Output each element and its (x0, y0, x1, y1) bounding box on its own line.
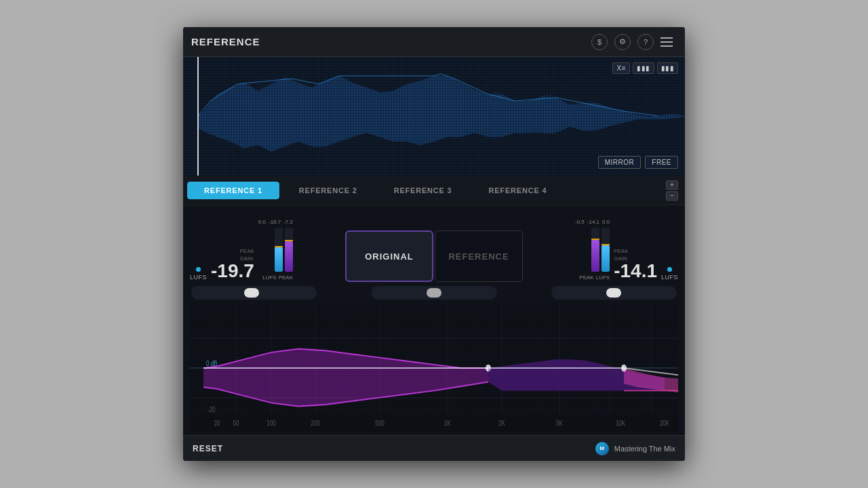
waveform-area: X≡ ▮▮▮ ▮▮▮ MIRROR FREE (183, 57, 685, 176)
meters-row: LUFS PEAK GAIN -19.7 0.0-19.7-7.2 (190, 211, 678, 282)
tab-reference-3[interactable]: REFERENCE 3 (377, 182, 469, 199)
reset-button[interactable]: RESET (193, 444, 223, 453)
left-slider-thumb[interactable] (244, 288, 259, 298)
right-meter-thumb-1 (591, 239, 599, 240)
tab-reference-2[interactable]: REFERENCE 2 (282, 182, 374, 199)
left-meter-thumb-2 (285, 240, 293, 241)
right-slider[interactable] (551, 286, 677, 300)
svg-text:500: 500 (375, 420, 384, 427)
brand-section: M Mastering The Mix (595, 442, 675, 455)
center-slider-thumb[interactable] (427, 288, 441, 298)
right-meter-bars: -0.5-14.10.0 PEAKLUFS (575, 219, 610, 282)
right-meter-fill-2 (601, 245, 610, 272)
right-vert-meter-2 (601, 228, 610, 272)
left-meter-fill-2 (285, 241, 293, 272)
left-meter-sub-labels: LUFSPEAK (262, 274, 293, 281)
svg-text:2K: 2K (498, 420, 506, 427)
left-meter-bars: 0.0-19.7-7.2 LUFSPEAK (258, 219, 293, 282)
left-meter-thumb-1 (275, 246, 283, 247)
title-icons: $ ⚙ ? (591, 34, 677, 50)
sliders-row (190, 286, 678, 300)
remove-tab-button[interactable]: − (666, 191, 678, 201)
left-meter-fill-1 (275, 247, 283, 272)
svg-text:20: 20 (214, 420, 220, 427)
right-meter: -0.5-14.10.0 PEAKLUFS (563, 219, 678, 282)
svg-text:200: 200 (311, 420, 319, 427)
waveform-view-controls: X≡ ▮▮▮ ▮▮▮ (612, 62, 678, 74)
tab-reference-1[interactable]: REFERENCE 1 (187, 182, 279, 199)
settings-icon-btn[interactable]: ⚙ (614, 34, 631, 50)
right-vert-meters (591, 228, 610, 272)
add-tab-button[interactable]: + (666, 180, 678, 190)
controls-area: LUFS PEAK GAIN -19.7 0.0-19.7-7.2 (183, 205, 685, 435)
right-lufs-value: -14.1 (614, 262, 657, 281)
plugin-window: REFERENCE $ ⚙ ? (183, 27, 685, 461)
right-lufs-dot (667, 267, 672, 272)
right-vert-meter-1 (591, 228, 599, 272)
right-peak-gain-labels: PEAK GAIN (614, 248, 628, 262)
right-meter-fill-1 (591, 240, 599, 272)
right-lufs-label: LUFS (661, 267, 678, 282)
left-lufs-value: -19.7 (211, 262, 254, 281)
svg-text:50: 50 (233, 420, 239, 427)
mirror-free-controls: MIRROR FREE (598, 156, 678, 169)
tabs-bar: REFERENCE 1 REFERENCE 2 REFERENCE 3 REFE… (183, 176, 685, 205)
waveform-view-spec-btn[interactable]: ▮▮▮ (657, 62, 679, 74)
center-slider[interactable] (372, 286, 497, 300)
reference-button[interactable]: REFERENCE (435, 230, 523, 282)
help-icon-btn[interactable]: ? (637, 34, 654, 50)
right-meter-thumb-2 (601, 244, 610, 245)
svg-text:100: 100 (267, 420, 275, 427)
brand-name: Mastering The Mix (614, 445, 675, 453)
right-meter-sub-labels: PEAKLUFS (579, 274, 610, 281)
eq-svg: 0 dB -20 (190, 304, 678, 432)
left-vert-meter-1 (275, 228, 283, 272)
left-vert-meters (275, 228, 293, 272)
orig-ref-btn-row: ORIGINAL REFERENCE (345, 230, 523, 282)
left-peak-gain-labels: PEAK GAIN (240, 248, 254, 262)
left-slider[interactable] (191, 286, 317, 300)
original-button[interactable]: ORIGINAL (345, 230, 433, 282)
free-button[interactable]: FREE (645, 156, 678, 169)
right-meter-numbers: -0.5-14.10.0 (575, 219, 610, 225)
eq-area: A+20 0 dB -20 (190, 304, 678, 432)
plugin-title: REFERENCE (191, 36, 260, 47)
title-bar: REFERENCE $ ⚙ ? (183, 27, 685, 57)
left-vert-meter-2 (285, 228, 293, 272)
bottom-bar: RESET M Mastering The Mix (183, 435, 685, 461)
svg-text:10K: 10K (616, 420, 626, 427)
brand-logo: M (595, 442, 609, 455)
shop-icon-btn[interactable]: $ (591, 34, 608, 50)
svg-text:20K: 20K (660, 420, 670, 427)
tabs-add-remove: + − (666, 180, 681, 201)
mirror-button[interactable]: MIRROR (598, 156, 642, 169)
left-lufs-label: LUFS (190, 267, 207, 282)
tab-reference-4[interactable]: REFERENCE 4 (471, 182, 564, 199)
svg-text:5K: 5K (556, 420, 564, 427)
svg-rect-25 (190, 304, 678, 415)
svg-text:1K: 1K (444, 420, 452, 427)
menu-icon-btn[interactable] (660, 34, 677, 50)
left-lufs-dot (196, 267, 201, 272)
waveform-view-x-btn[interactable]: X≡ (612, 62, 630, 74)
center-buttons: ORIGINAL REFERENCE (345, 230, 523, 282)
left-meter-numbers: 0.0-19.7-7.2 (258, 219, 293, 225)
tabs-container: REFERENCE 1 REFERENCE 2 REFERENCE 3 REFE… (187, 182, 666, 199)
right-slider-thumb[interactable] (606, 288, 621, 298)
left-meter: LUFS PEAK GAIN -19.7 0.0-19.7-7.2 (190, 219, 305, 282)
waveform-view-bar-btn[interactable]: ▮▮▮ (633, 62, 654, 74)
